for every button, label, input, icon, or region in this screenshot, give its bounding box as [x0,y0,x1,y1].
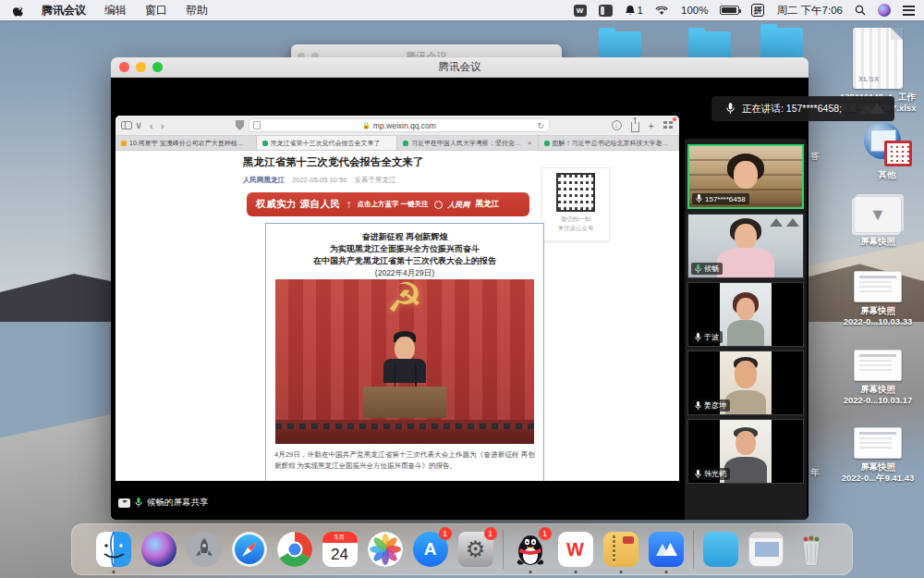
menu-window[interactable]: 窗口 [145,3,167,18]
browser-tab-1[interactable]: 10.何星宇 宝澳峰分公司农产大豆种植意愿及影响因素研... [116,136,257,150]
congress-photo: ☭ [275,279,534,444]
downloads-icon[interactable]: ↓ [612,120,622,130]
notification-bell-icon[interactable]: 1 [625,5,643,17]
desktop-icon-screenshot-1[interactable]: 屏幕快照 2022-0...10.03.33 [827,271,924,327]
mic-icon [726,103,735,115]
notification-center-icon[interactable] [903,6,915,16]
wifi-icon[interactable] [655,6,669,16]
dock-siri[interactable] [140,531,177,568]
dock-launchpad[interactable] [186,531,223,568]
qq-badge: 1 [539,527,552,540]
input-method-icon[interactable]: 拼 [751,4,764,17]
calendar-day: 24 [331,543,348,567]
menu-app-name[interactable]: 腾讯会议 [42,3,86,18]
dock-safari[interactable] [231,531,268,568]
padlock-icon: 🔒 [362,122,371,129]
reader-mode-icon[interactable] [253,121,261,129]
report-content-box: 奋进新征程 再创新辉煌 为实现黑龙江全面振兴全方位振兴而奋斗 在中国共产党黑龙江… [265,223,544,481]
dock-finder[interactable] [95,531,132,568]
dock-qq[interactable]: 1 [512,531,549,568]
participant-tile-1[interactable]: 157****6458 [687,144,804,209]
tab-close-icon[interactable]: × [528,139,532,147]
desktop-folder[interactable] [760,28,803,59]
dock-calendar[interactable]: 5月 24 [322,531,359,568]
downloads-folder-icon [703,532,738,567]
article-title: 黑龙江省第十三次党代会报告全文来了 [243,155,424,169]
menu-edit[interactable]: 编辑 [104,3,127,18]
mic-icon [696,194,702,203]
participant-tile-4[interactable]: 姜彦坤 [687,350,804,415]
dock-archive-utility[interactable] [602,531,639,568]
follow-banner[interactable]: 权威实力 源自人民 ↑ 点击上方蓝字 一键关注 人民网 黑龙江 [247,192,529,216]
participant-name-badge: 157****6458 [692,193,749,204]
report-title-line: 在中国共产党黑龙江省第十三次代表大会上的报告 [266,255,543,267]
browser-tab-2-active[interactable]: 黑龙江省第十三次党代会报告全文来了 [257,136,398,150]
participant-tile-2[interactable]: 候畅 [687,214,804,278]
dock-photos[interactable] [367,531,404,568]
wps-status-icon[interactable]: W [574,5,587,17]
screen-share-status: 候畅的屏幕共享 [118,497,209,509]
running-indicator [112,571,115,573]
article-source-link[interactable]: 人民网黑龙江 [243,176,285,184]
launchpad-rocket-icon [187,532,222,567]
siri-icon[interactable] [878,4,891,17]
dock-trash[interactable] [793,531,830,568]
siri-icon [141,532,176,567]
dock-wps[interactable]: W [557,531,594,568]
report-date-line: (2022年4月29日) [266,267,543,278]
app-status-icon[interactable] [599,5,613,17]
speaking-indicator-tooltip: 正在讲话: 157****6458; [711,96,894,121]
desktop-icon-screenshot-stack[interactable]: ▼ 屏幕快照 [827,196,924,247]
browser-tab-bar: 10.何星宇 宝澳峰分公司农产大豆种植意愿及影响因素研... 黑龙江省第十三次党… [116,136,679,151]
forward-button[interactable]: › [161,120,164,131]
participant-tile-3[interactable]: 于波 [687,282,804,347]
desktop-icon-screenshot-2[interactable]: 屏幕快照 2022-0...10.03.17 [827,350,924,406]
participant-panel: 157****6458 候畅 于波 [685,139,807,520]
reload-icon[interactable]: ↻ [537,121,544,130]
meeting-content-area: ∨ ‹ › 🔒 mp.weixin.qq.com ↻ ↓ + [111,78,808,520]
apple-menu-icon[interactable] [13,4,25,17]
url-text: mp.weixin.qq.com [373,121,436,130]
desktop-icon-other[interactable]: 其他 [836,120,924,180]
podium [363,387,446,418]
dock-chrome[interactable] [276,531,313,568]
menu-bar-clock[interactable]: 周二 下午7:06 [776,4,843,18]
speaker-figure [395,337,415,361]
other-app-icon [862,120,912,166]
report-title-line: 为实现黑龙江全面振兴全方位振兴而奋斗 [266,243,543,255]
url-field[interactable]: 🔒 mp.weixin.qq.com ↻ [249,118,550,132]
minimized-window-thumbnail [748,532,784,567]
photo-caption: 4月29日，许勤在中国共产党黑龙江省第十三次代表大会上作题为《奋进新征程 再创新… [274,449,535,472]
menu-help[interactable]: 帮助 [186,3,208,18]
party-emblem-icon: ☭ [386,279,422,321]
running-indicator [619,571,622,573]
sidebar-chevron-icon[interactable]: ∨ [135,119,142,131]
window-title: 腾讯会议 [111,60,808,74]
share-icon[interactable] [631,122,639,132]
window-titlebar[interactable]: 腾讯会议 [111,57,808,78]
browser-tab-4[interactable]: 图解！习近平总书记给北京科技大学老教授回信| [539,136,680,150]
finder-icon [96,532,131,567]
participant-tile-5[interactable]: 韩光鹤 [687,419,804,484]
browser-tab-3[interactable]: 习近平在中国人民大学考察：坚持党的领导传承红色基... × [397,136,539,150]
spotlight-search-icon[interactable] [855,5,866,16]
dock-settings[interactable]: ⚙ 1 [457,531,494,568]
tab-overview-icon[interactable] [663,121,674,129]
back-button[interactable]: ‹ [150,120,153,131]
clipped-desktop-label: 答 [810,151,820,163]
tab-favicon [121,141,127,146]
sidebar-toggle-icon[interactable] [121,121,132,129]
dock-tencent-meeting[interactable] [648,531,685,568]
meeting-logo-watermark [857,99,889,117]
dock-appstore[interactable]: A 1 [412,531,449,568]
up-arrow-icon: ↑ [346,198,351,211]
mic-icon [695,401,701,411]
desktop-icon-screenshot-3[interactable]: 屏幕快照 2022-0...午9.41.43 [827,427,924,484]
dock-downloads-folder[interactable] [702,531,739,568]
xlsx-file-icon: XLSX [853,28,903,89]
new-tab-button[interactable]: + [649,120,654,131]
privacy-shield-icon[interactable] [236,120,244,130]
dock-minimized-window[interactable] [748,531,784,568]
stack-icon: ▼ [854,196,902,233]
appstore-badge: 1 [439,527,452,540]
